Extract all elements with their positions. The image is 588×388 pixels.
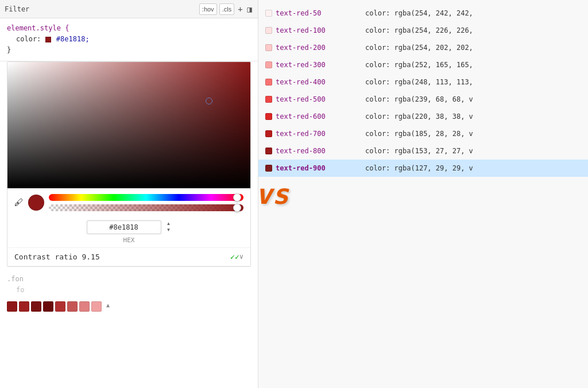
code-line-300: text-red-300 color: rgba(252, 165, 165, xyxy=(258,56,588,73)
swatch-900 xyxy=(265,165,272,172)
class-400: text-red-400 xyxy=(276,78,356,86)
color-gradient-area[interactable] xyxy=(7,62,250,188)
filter-label: Filter xyxy=(5,5,29,13)
prop-name: color: xyxy=(16,35,41,43)
color-cursor[interactable] xyxy=(206,98,212,104)
swatch-4[interactable] xyxy=(43,301,53,312)
swatch-1[interactable] xyxy=(7,301,17,312)
class-500: text-red-500 xyxy=(276,95,356,103)
color-swatch-inline[interactable] xyxy=(45,37,51,42)
hex-label: HEX xyxy=(7,236,250,247)
value-400: color: rgba(248, 113, 113, xyxy=(365,78,473,86)
class-50: text-red-50 xyxy=(276,9,356,17)
css-close-brace: } xyxy=(7,45,251,56)
vs-badge: vs xyxy=(256,180,289,208)
swatch-expand-icon[interactable]: ▲ xyxy=(103,302,113,311)
hex-input-row: #8e1818 ▲ ▼ xyxy=(7,217,250,236)
contrast-expand-icon[interactable]: ∨ xyxy=(239,253,243,261)
hue-slider[interactable] xyxy=(49,194,243,201)
code-line-500: text-red-500 color: rgba(239, 68, 68, v xyxy=(258,91,588,108)
swatch-400 xyxy=(265,79,272,86)
code-line-200: text-red-200 color: rgba(254, 202, 202, xyxy=(258,39,588,56)
element-selector: element.style { xyxy=(7,23,251,34)
swatch-7[interactable] xyxy=(79,301,90,312)
code-line-900[interactable]: text-red-900 color: rgba(127, 29, 29, v xyxy=(258,160,588,177)
main-container: Filter :hov .cls + ◨ element.style { col… xyxy=(0,0,588,388)
opacity-slider[interactable] xyxy=(49,204,243,211)
picker-controls: 🖋 xyxy=(7,188,250,217)
element-style-rule: element.style { color: #8e1818; } xyxy=(0,18,258,61)
hex-down-btn[interactable]: ▼ xyxy=(166,227,172,233)
class-900: text-red-900 xyxy=(276,164,356,172)
value-100: color: rgba(254, 226, 226, xyxy=(365,26,473,34)
swatches-row: ▲ xyxy=(0,298,258,315)
opacity-thumb xyxy=(233,204,241,212)
add-rule-icon[interactable]: + xyxy=(237,3,243,15)
class-100: text-red-100 xyxy=(276,26,356,34)
eyedropper-icon[interactable]: 🖋 xyxy=(14,197,24,208)
value-800: color: rgba(153, 27, 27, v xyxy=(365,147,473,155)
hex-up-btn[interactable]: ▲ xyxy=(166,221,172,227)
css-property-line: color: #8e1818; xyxy=(16,34,251,45)
swatch-200 xyxy=(265,44,272,51)
swatch-700 xyxy=(265,130,272,137)
swatch-2[interactable] xyxy=(19,301,29,312)
css-value-text: #8e1818; xyxy=(56,35,90,43)
fon-rule: .fon fo xyxy=(0,271,258,298)
contrast-checks: ✓✓ xyxy=(230,253,239,261)
swatch-3[interactable] xyxy=(31,301,41,312)
swatch-500 xyxy=(265,96,272,103)
class-200: text-red-200 xyxy=(276,44,356,52)
hex-input[interactable]: #8e1818 xyxy=(87,220,161,234)
class-800: text-red-800 xyxy=(276,147,356,155)
contrast-text: Contrast ratio 9.15 xyxy=(14,253,228,261)
contrast-row: Contrast ratio 9.15 ✓✓ ∨ xyxy=(7,247,250,266)
code-line-700: text-red-700 color: rgba(185, 28, 28, v xyxy=(258,125,588,142)
css-selector-text: element.style { xyxy=(7,24,69,32)
filter-bar: Filter :hov .cls + ◨ xyxy=(0,0,258,18)
gradient-overlay xyxy=(7,62,250,188)
code-line-400: text-red-400 color: rgba(248, 113, 113, xyxy=(258,73,588,91)
color-preview-circle xyxy=(28,195,44,211)
devtools-panel: Filter :hov .cls + ◨ element.style { col… xyxy=(0,0,258,388)
value-600: color: rgba(220, 38, 38, v xyxy=(365,112,473,121)
swatch-600 xyxy=(265,113,272,120)
toggle-icon[interactable]: ◨ xyxy=(246,3,253,15)
swatch-300 xyxy=(265,61,272,68)
code-line-50: text-red-50 color: rgba(254, 242, 242, xyxy=(258,5,588,22)
hue-thumb xyxy=(233,193,241,201)
value-300: color: rgba(252, 165, 165, xyxy=(365,61,473,69)
swatch-100 xyxy=(265,27,272,34)
swatch-5[interactable] xyxy=(55,301,65,312)
cls-button[interactable]: .cls xyxy=(219,3,235,15)
fon-selector: .fon xyxy=(7,274,251,285)
code-line-100: text-red-100 color: rgba(254, 226, 226, xyxy=(258,22,588,39)
swatch-8[interactable] xyxy=(91,301,102,312)
value-200: color: rgba(254, 202, 202, xyxy=(365,44,473,52)
class-300: text-red-300 xyxy=(276,61,356,69)
value-700: color: rgba(185, 28, 28, v xyxy=(365,130,473,138)
hex-spinners: ▲ ▼ xyxy=(166,221,172,233)
value-50: color: rgba(254, 242, 242, xyxy=(365,9,473,17)
fon-property: fo xyxy=(16,285,251,296)
hov-button[interactable]: :hov xyxy=(199,3,217,15)
code-panel: text-red-50 color: rgba(254, 242, 242, t… xyxy=(258,0,588,388)
code-line-800: text-red-800 color: rgba(153, 27, 27, v xyxy=(258,142,588,160)
class-600: text-red-600 xyxy=(276,112,356,121)
swatch-800 xyxy=(265,148,272,154)
filter-buttons: :hov .cls + ◨ xyxy=(199,3,253,15)
sliders-area xyxy=(49,194,243,211)
swatch-6[interactable] xyxy=(67,301,78,312)
class-700: text-red-700 xyxy=(276,130,356,138)
value-500: color: rgba(239, 68, 68, v xyxy=(365,95,473,103)
code-line-600: text-red-600 color: rgba(220, 38, 38, v xyxy=(258,108,588,125)
color-picker: 🖋 #8e1818 ▲ ▼ HEX xyxy=(7,61,251,267)
value-900: color: rgba(127, 29, 29, v xyxy=(365,164,473,172)
swatch-50 xyxy=(265,10,272,17)
